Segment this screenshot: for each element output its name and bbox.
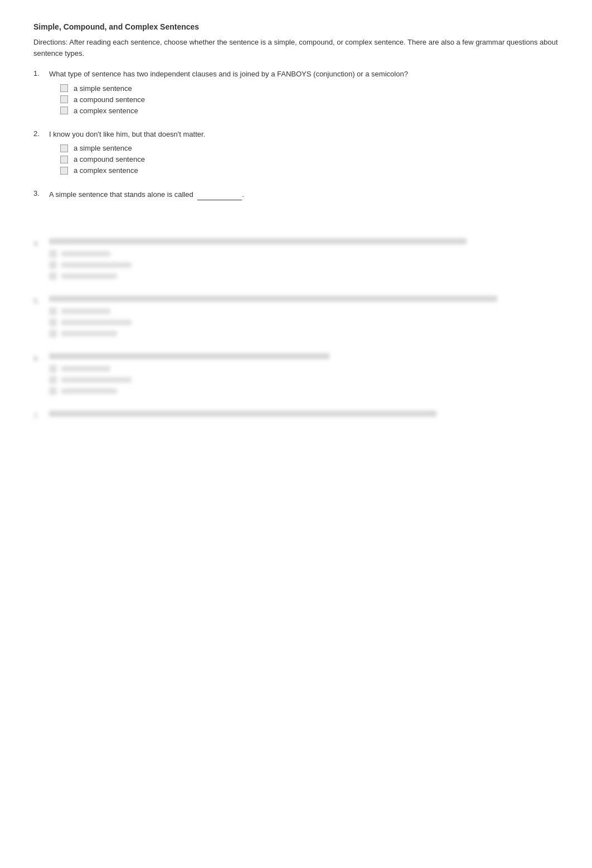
question-3-text: A simple sentence that stands alone is c… bbox=[49, 189, 559, 200]
worksheet-title: Simple, Compound, and Complex Sentences bbox=[33, 22, 559, 31]
question-1: 1. What type of sentence has two indepen… bbox=[33, 69, 559, 118]
option-1-3-label: a complex sentence bbox=[74, 107, 138, 115]
question-3: 3. A simple sentence that stands alone i… bbox=[33, 189, 559, 205]
blurred-q6-text bbox=[49, 353, 329, 359]
blurred-section: 4. 5. bbox=[33, 238, 559, 422]
option-1-1-label: a simple sentence bbox=[74, 84, 132, 93]
question-2-options: a simple sentence a compound sentence a … bbox=[49, 144, 559, 175]
directions-text: Directions: After reading each sentence,… bbox=[33, 37, 559, 59]
option-2-3[interactable]: a complex sentence bbox=[60, 166, 559, 175]
question-2-number: 2. bbox=[33, 129, 49, 138]
blurred-q7-number: 7. bbox=[33, 411, 49, 420]
question-2-text: I know you don't like him, but that does… bbox=[49, 129, 559, 140]
question-1-options: a simple sentence a compound sentence a … bbox=[49, 84, 559, 115]
question-1-text: What type of sentence has two independen… bbox=[49, 69, 559, 80]
question-1-content: What type of sentence has two independen… bbox=[49, 69, 559, 118]
blurred-q4-content bbox=[49, 238, 559, 283]
blurred-q5-number: 5. bbox=[33, 296, 49, 305]
blurred-q6-opt3 bbox=[49, 387, 559, 395]
option-2-3-label: a complex sentence bbox=[74, 166, 138, 175]
radio-icon-1-2[interactable] bbox=[60, 95, 68, 103]
blurred-q6-content bbox=[49, 353, 559, 398]
blurred-q4: 4. bbox=[33, 238, 559, 283]
option-2-2[interactable]: a compound sentence bbox=[60, 155, 559, 163]
option-1-2[interactable]: a compound sentence bbox=[60, 95, 559, 104]
option-1-3[interactable]: a complex sentence bbox=[60, 107, 559, 115]
blurred-q5-text bbox=[49, 296, 497, 302]
blurred-q4-opt2 bbox=[49, 261, 559, 269]
option-1-1[interactable]: a simple sentence bbox=[60, 84, 559, 93]
radio-icon-2-2[interactable] bbox=[60, 156, 68, 163]
radio-icon-2-3[interactable] bbox=[60, 167, 68, 175]
blurred-q6-number: 6. bbox=[33, 353, 49, 363]
option-2-2-label: a compound sentence bbox=[74, 155, 145, 163]
blurred-q6-opt1 bbox=[49, 365, 559, 373]
option-1-2-label: a compound sentence bbox=[74, 95, 145, 104]
blurred-q5-opt2 bbox=[49, 319, 559, 326]
blank-underline[interactable] bbox=[197, 189, 242, 200]
question-3-content: A simple sentence that stands alone is c… bbox=[49, 189, 559, 205]
blurred-q4-opt3 bbox=[49, 272, 559, 280]
blurred-q6-opt2 bbox=[49, 376, 559, 384]
radio-icon-1-3[interactable] bbox=[60, 107, 68, 114]
blurred-q7-text bbox=[49, 411, 436, 417]
blurred-q4-text bbox=[49, 238, 467, 244]
option-2-1-label: a simple sentence bbox=[74, 144, 132, 152]
radio-icon-1-1[interactable] bbox=[60, 84, 68, 92]
option-2-1[interactable]: a simple sentence bbox=[60, 144, 559, 152]
blurred-q6: 6. bbox=[33, 353, 559, 398]
blurred-q5: 5. bbox=[33, 296, 559, 341]
blurred-q4-number: 4. bbox=[33, 238, 49, 248]
blurred-q7-content bbox=[49, 411, 559, 422]
questions-list: 1. What type of sentence has two indepen… bbox=[33, 69, 559, 205]
blurred-q7: 7. bbox=[33, 411, 559, 422]
blurred-q4-opt1 bbox=[49, 250, 559, 258]
radio-icon-2-1[interactable] bbox=[60, 144, 68, 152]
question-2: 2. I know you don't like him, but that d… bbox=[33, 129, 559, 178]
question-2-content: I know you don't like him, but that does… bbox=[49, 129, 559, 178]
blurred-q5-opt3 bbox=[49, 330, 559, 337]
question-1-number: 1. bbox=[33, 69, 49, 78]
question-3-number: 3. bbox=[33, 189, 49, 197]
blurred-q5-content bbox=[49, 296, 559, 341]
blurred-q5-opt1 bbox=[49, 307, 559, 315]
